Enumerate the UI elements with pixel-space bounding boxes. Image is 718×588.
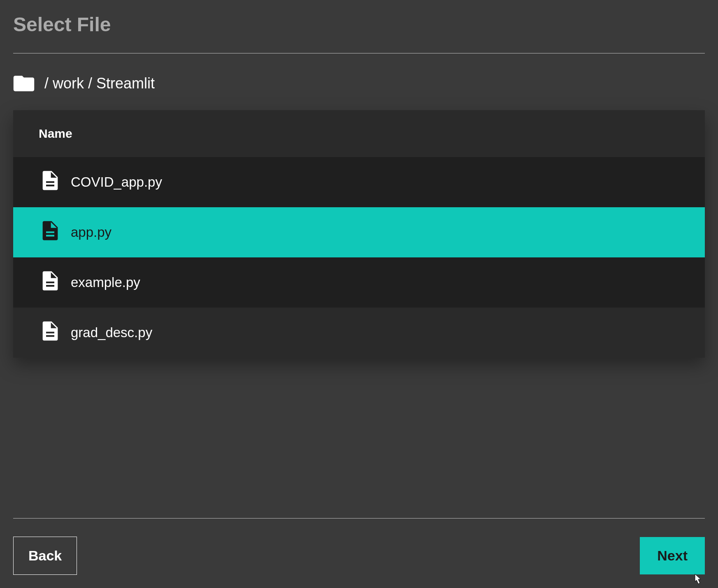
table-row[interactable]: example.py bbox=[13, 257, 705, 308]
next-button[interactable]: Next bbox=[640, 537, 705, 574]
back-button[interactable]: Back bbox=[13, 537, 77, 575]
folder-icon bbox=[13, 74, 35, 93]
table-header: Name bbox=[13, 110, 705, 157]
cursor-pointer-icon bbox=[692, 573, 703, 587]
file-icon bbox=[42, 271, 58, 294]
divider bbox=[13, 518, 705, 519]
button-row: Back Next bbox=[13, 537, 705, 575]
table-row[interactable]: app.py bbox=[13, 207, 705, 257]
file-name: app.py bbox=[71, 225, 112, 240]
file-icon bbox=[42, 171, 58, 194]
file-name: COVID_app.py bbox=[71, 174, 162, 190]
column-header-name[interactable]: Name bbox=[39, 127, 72, 140]
breadcrumb-path: / work / Streamlit bbox=[44, 75, 155, 92]
file-icon bbox=[42, 321, 58, 344]
breadcrumb[interactable]: / work / Streamlit bbox=[13, 74, 705, 93]
table-row[interactable]: grad_desc.py bbox=[13, 308, 705, 358]
file-name: example.py bbox=[71, 275, 140, 290]
file-icon bbox=[42, 221, 58, 244]
table-row[interactable]: COVID_app.py bbox=[13, 157, 705, 207]
page-title: Select File bbox=[13, 13, 705, 36]
file-name: grad_desc.py bbox=[71, 325, 152, 340]
divider bbox=[13, 53, 705, 53]
file-table: Name COVID_app.pyapp.pyexample.pygrad_de… bbox=[13, 110, 705, 358]
